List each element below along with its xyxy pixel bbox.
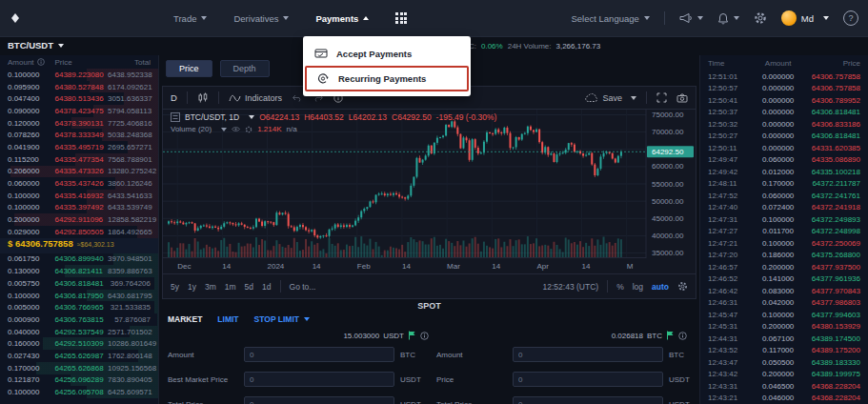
asks-list: 0.10000064389.2230806438.9523380.0959006… — [0, 69, 158, 238]
auto-scale-button[interactable]: auto — [652, 282, 669, 292]
ask-row[interactable]: 0.09590064380.5278486174.092621 — [0, 81, 158, 93]
language-selector[interactable]: Select Language — [571, 13, 649, 24]
bid-row[interactable]: 0.17000064265.62686810925.156568 — [0, 362, 158, 374]
tab-stop-limit[interactable]: STOP LIMIT — [254, 314, 310, 324]
camera-icon[interactable] — [676, 93, 688, 103]
trade-row: 12:50:270.00000064306.818481 — [700, 131, 868, 143]
ask-row[interactable]: 0.10000064335.4169326433.541633 — [0, 190, 158, 202]
buy-amount-row: Amount BTC — [168, 347, 423, 362]
info-icon[interactable] — [420, 332, 429, 340]
fullscreen-icon[interactable] — [656, 92, 667, 103]
tab-market[interactable]: MARKET — [168, 314, 202, 324]
trade-row: 12:46:310.04200064377.986803 — [700, 297, 868, 310]
nav-payments[interactable]: Payments — [315, 13, 369, 24]
range-button-1m[interactable]: 1m — [225, 282, 236, 292]
tab-depth[interactable]: Depth — [220, 60, 270, 77]
bid-row[interactable]: 0.12187064256.0962897830.890405 — [0, 374, 158, 387]
range-button-1y[interactable]: 1y — [188, 282, 196, 292]
indicators-button[interactable]: Indicators — [229, 93, 282, 103]
ask-row[interactable]: 0.09000064378.4234755794.058113 — [0, 105, 158, 117]
bid-row[interactable]: 0.16000064292.51030910286.801649 — [0, 337, 158, 350]
info-icon[interactable] — [678, 332, 687, 340]
ask-row[interactable]: 0.04740064380.5134363051.636337 — [0, 92, 158, 105]
nav-trade[interactable]: Trade — [173, 13, 207, 24]
chevron-down-icon — [201, 16, 207, 20]
pair-selector[interactable]: BTC/USDT — [8, 40, 64, 50]
time-axis[interactable]: Dec14202414Feb14Mar14Apr14M — [163, 257, 646, 273]
menu-item-recurring-payments[interactable]: Recurring Payments — [305, 66, 469, 91]
last-price: $ 64306.757858 — [8, 238, 73, 249]
help-icon[interactable]: ? — [843, 10, 858, 26]
range-button-3m[interactable]: 3m — [205, 282, 216, 292]
buy-amount-input[interactable] — [244, 347, 394, 362]
sell-total-price-input[interactable] — [513, 396, 663, 404]
bid-row[interactable]: 0.10000064256.0957086425.609571 — [0, 386, 158, 398]
x-axis-label: Apr — [536, 262, 548, 271]
trade-row: 12:50:320.00000064306.833186 — [700, 118, 868, 131]
bid-row[interactable]: 0.10000064306.8179506430.681795 — [0, 290, 158, 302]
settings-button[interactable] — [754, 11, 767, 25]
range-button-1d[interactable]: 1d — [262, 282, 271, 292]
user-menu[interactable]: Md — [781, 10, 829, 26]
ask-row[interactable]: 0.10000064335.3974926433.539749 — [0, 202, 158, 214]
trade-row: 12:47:520.06000064372.241761 — [700, 190, 868, 202]
payments-dropdown-menu: Accept Payments Recurring Payments — [303, 36, 471, 96]
ask-row[interactable]: 0.06000064335.4374263860.126246 — [0, 177, 158, 190]
trade-row: 12:51:010.00000064306.757858 — [700, 71, 868, 83]
bid-row[interactable]: 0.02743064265.6269871762.806148 — [0, 350, 158, 362]
ask-row[interactable]: 0.12000064378.3901317725.406816 — [0, 117, 158, 130]
order-type-tabs: MARKET LIMIT STOP LIMIT — [168, 314, 310, 324]
svg-text:75000.00: 75000.00 — [652, 111, 684, 119]
bid-row[interactable]: 0.13000064306.8214118359.886763 — [0, 265, 158, 277]
chart-legend[interactable]: BTC/USDT, 1D O64224.13 H64403.52 L64202.… — [171, 112, 496, 122]
mid-price-row[interactable]: $ 64306.757858 ≈$64,302.13 — [0, 238, 158, 253]
settings-small-icon[interactable] — [245, 126, 252, 133]
legend-change: -195.49 (-0.30%) — [436, 112, 497, 122]
save-layout-button[interactable]: Save — [585, 93, 636, 103]
chart-clock[interactable]: 12:52:43 (UTC) — [543, 282, 599, 292]
ask-row[interactable]: 0.20000064292.91109612858.582219 — [0, 213, 158, 226]
candlestick-style-icon[interactable] — [197, 92, 209, 104]
bid-row[interactable]: 0.00500064306.766965321.533835 — [0, 301, 158, 313]
menu-item-accept-payments[interactable]: Accept Payments — [303, 41, 471, 66]
range-button-5y[interactable]: 5y — [171, 282, 179, 292]
trade-rows: 12:51:010.00000064306.75785812:50:570.00… — [700, 71, 868, 404]
percent-scale-button[interactable]: % — [616, 282, 624, 292]
apps-grid-icon[interactable] — [395, 12, 407, 24]
undo-icon[interactable] — [292, 93, 303, 103]
bid-row[interactable]: 0.04000064292.5375492571.701502 — [0, 326, 158, 338]
svg-text:40000.00: 40000.00 — [652, 232, 684, 240]
ask-row[interactable]: 0.11520064335.4773547568.788901 — [0, 153, 158, 166]
buy-total-price-input[interactable] — [244, 396, 394, 404]
bid-row[interactable]: 0.00090064306.76381557.876087 — [0, 313, 158, 326]
tab-price[interactable]: Price — [166, 60, 212, 77]
bid-row[interactable]: 0.06175064306.8999403970.948501 — [0, 253, 158, 266]
logo[interactable] — [10, 12, 21, 24]
buy-best-market-price-input[interactable] — [244, 372, 394, 387]
ask-row[interactable]: 0.20600064335.47332613280.275242 — [0, 166, 158, 178]
trade-row: 12:43:470.05050064389.183330 — [700, 356, 868, 369]
price-chart-panel: D Indicators — [162, 86, 696, 299]
flag-icon — [408, 331, 416, 340]
volume-value: 3,266,176.73 — [556, 42, 601, 50]
chart-settings-gear-icon[interactable] — [677, 281, 688, 292]
interval-button[interactable]: D — [171, 92, 177, 103]
bid-row[interactable]: 0.00575064306.818481369.764206 — [0, 277, 158, 290]
log-scale-button[interactable]: log — [633, 282, 643, 292]
ask-row[interactable]: 0.02900064292.8505051864.492665 — [0, 226, 158, 238]
goto-button[interactable]: Go to... — [290, 282, 316, 292]
notifications-button[interactable] — [717, 12, 739, 25]
range-button-5d[interactable]: 5d — [245, 282, 253, 292]
eye-icon[interactable] — [232, 126, 240, 132]
tab-limit[interactable]: LIMIT — [217, 314, 238, 324]
announcements-button[interactable] — [679, 12, 703, 24]
ask-row[interactable]: 0.04190064335.4957192695.657271 — [0, 141, 158, 153]
sell-amount-input[interactable] — [513, 347, 663, 362]
sell-available-balance: 0.026818 BTC — [612, 331, 687, 340]
sell-price-input[interactable] — [513, 372, 663, 387]
ask-row[interactable]: 0.10000064389.2230806438.952338 — [0, 69, 158, 81]
trade-row: 12:50:110.00000064331.620385 — [700, 142, 868, 154]
ask-row[interactable]: 0.07826064378.3333495038.248368 — [0, 129, 158, 141]
nav-derivatives[interactable]: Derivatives — [233, 13, 289, 24]
volume-legend[interactable]: Volume (20) 1.214K n/a — [171, 125, 297, 133]
